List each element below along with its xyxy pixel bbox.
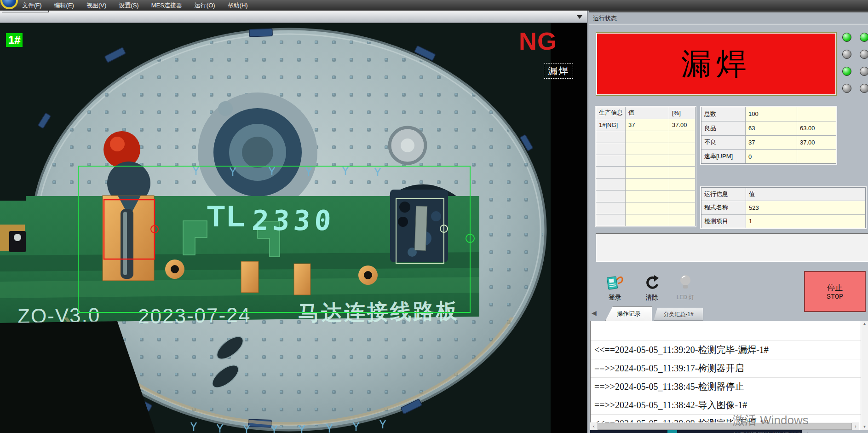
counter-pct — [797, 107, 836, 121]
table-cell: 37 — [626, 119, 669, 131]
col-header: 值 — [626, 107, 669, 119]
login-button[interactable]: 登录 — [600, 274, 630, 304]
run-info-value: 1 — [746, 215, 865, 228]
col-header: 值 — [746, 188, 865, 201]
menu-run[interactable]: 运行(O) — [195, 1, 215, 10]
bottom-strip — [590, 430, 802, 433]
table-cell: 37.00 — [669, 119, 695, 131]
camera-tab-strip — [0, 11, 587, 23]
menu-help[interactable]: 帮助(H) — [228, 1, 248, 10]
counter-pct: 63.00 — [797, 121, 836, 135]
result-banner-text: 漏焊 — [681, 43, 751, 85]
run-info-table: 运行信息 值 程式名称 523 检测项目 1 — [701, 187, 866, 228]
log-row: ==>>2024-05-05_11:39:17-检测器开启 — [591, 359, 861, 378]
run-info-label: 检测项目 — [701, 215, 746, 228]
stop-label-en: STOP — [827, 293, 843, 301]
camera-image: TL 2330 ZQ-V3.0 2023-07-24 马达连接线路板 — [0, 23, 587, 433]
status-light-on — [842, 67, 851, 76]
refresh-icon — [643, 274, 661, 291]
application-window: 文件(F) 编辑(E) 视图(V) 设置(S) MES连接器 运行(O) 帮助(… — [0, 0, 868, 433]
inspection-result-text: NG — [519, 29, 557, 53]
status-light-on — [842, 33, 851, 42]
horizontal-scrollbar[interactable]: ‹ › — [590, 422, 859, 430]
log-row — [591, 321, 861, 341]
station-badge: 1# — [6, 33, 23, 47]
lightbulb-icon — [678, 274, 692, 291]
clear-label: 清除 — [645, 294, 658, 302]
camera-viewport: TL 2330 ZQ-V3.0 2023-07-24 马达连接线路板 — [0, 23, 587, 433]
counter-label: 总数 — [701, 107, 745, 121]
counter-label: 良品 — [701, 121, 745, 135]
tab-operation-log[interactable]: 操作记录 — [605, 306, 652, 321]
id-badge-icon — [606, 274, 624, 291]
status-light-off — [860, 84, 868, 93]
log-row: ==>>2024-05-05_11:38:42-导入图像-1# — [591, 396, 861, 415]
pcb-footer-date: 2023-07-24 — [138, 303, 251, 327]
tab-classification-summary[interactable]: 分类汇总-1# — [654, 308, 703, 321]
status-panel-title: 运行状态 — [589, 12, 868, 24]
scroll-left-icon[interactable]: ‹ — [590, 424, 598, 429]
run-info-value: 523 — [746, 201, 865, 214]
led-light-button[interactable]: LED 灯 — [671, 274, 700, 304]
login-label: 登录 — [609, 294, 621, 302]
defect-tag: 漏焊 — [544, 63, 573, 79]
led-label: LED 灯 — [677, 294, 695, 301]
bottom-strip-accent — [667, 430, 677, 433]
menu-settings[interactable]: 设置(S) — [119, 1, 138, 10]
pcb-footer-name: 马达连接线路板 — [298, 299, 460, 325]
run-info-label: 程式名称 — [701, 201, 746, 214]
menu-edit[interactable]: 编辑(E) — [54, 1, 74, 10]
counter-value: 37 — [746, 136, 797, 150]
pcb-mark-label: TL — [207, 200, 247, 233]
counter-value: 100 — [746, 107, 797, 121]
tab-scroll-left-button[interactable]: ◀ — [592, 309, 597, 317]
col-header: 运行信息 — [701, 188, 746, 201]
status-light-off — [860, 67, 868, 76]
stop-button[interactable]: 停止 STOP — [804, 271, 866, 312]
production-table: 生产信息 值 [%] 1#[NG] 37 37.00 — [596, 107, 696, 226]
scroll-down-icon[interactable]: ▼ — [861, 424, 868, 430]
scroll-up-icon[interactable]: ▲ — [861, 321, 868, 327]
status-light-on — [860, 33, 868, 42]
menu-view[interactable]: 视图(V) — [86, 1, 106, 10]
counter-label: 速率[UPM] — [701, 150, 745, 163]
col-header: [%] — [669, 107, 695, 119]
menu-bar: 文件(F) 编辑(E) 视图(V) 设置(S) MES连接器 运行(O) 帮助(… — [0, 0, 868, 11]
counter-value: 63 — [746, 121, 797, 135]
pcb-mark-digits: 2330 — [251, 204, 336, 237]
message-box[interactable] — [596, 233, 868, 262]
scroll-right-icon[interactable]: › — [852, 424, 859, 429]
table-cell: 1#[NG] — [596, 119, 625, 131]
clear-button[interactable]: 清除 — [637, 274, 667, 304]
status-light-off — [842, 84, 851, 93]
chevron-down-icon[interactable] — [577, 15, 582, 19]
scrollbar-thumb[interactable] — [598, 423, 852, 430]
status-light-off — [842, 50, 851, 59]
counter-label: 不良 — [701, 136, 745, 150]
result-banner: 漏焊 — [596, 33, 836, 95]
vertical-scrollbar[interactable]: ▲ ▼ — [861, 321, 868, 430]
counter-pct — [797, 150, 836, 163]
counter-pct: 37.00 — [797, 136, 836, 150]
stop-label-cn: 停止 — [827, 283, 843, 293]
menu-mes-connector[interactable]: MES连接器 — [151, 1, 182, 10]
log-row: ==>>2024-05-05_11:38:45-检测器停止 — [591, 378, 861, 396]
col-header: 生产信息 — [596, 107, 625, 119]
operation-log-list: <<==2024-05-05_11:39:20-检测完毕-漏焊-1# ==>>2… — [590, 321, 861, 430]
status-light-off — [860, 50, 868, 59]
counters-table: 总数 100 良品 63 63.00 不良 37 37.00 速率[UPM] 0 — [701, 107, 836, 164]
counter-value: 0 — [746, 150, 797, 163]
menu-file[interactable]: 文件(F) — [22, 1, 42, 10]
log-row: <<==2024-05-05_11:39:20-检测完毕-漏焊-1# — [591, 341, 861, 359]
